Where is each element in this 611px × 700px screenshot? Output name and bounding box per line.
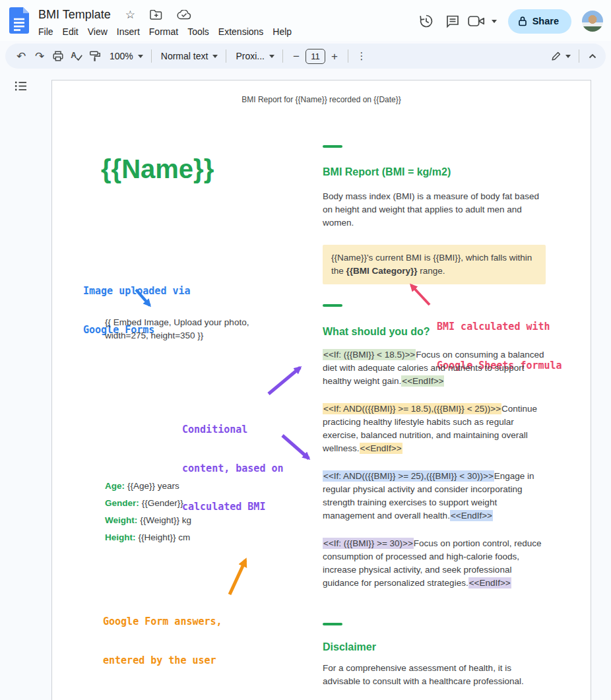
svg-text:A: A: [71, 51, 77, 60]
advice-underweight: <<If: ({{BMI}} < 18.5)>>Focus on consumi…: [323, 348, 546, 388]
increase-font-size-button[interactable]: +: [325, 47, 344, 65]
decrease-font-size-button[interactable]: −: [287, 47, 306, 65]
history-icon: [418, 13, 434, 29]
topbar: BMI Template ☆ File Edit View Insert: [0, 0, 611, 41]
undo-button[interactable]: ↶: [12, 47, 30, 65]
show-outline-button[interactable]: [11, 77, 30, 97]
section-rule: [323, 623, 342, 625]
menu-tools[interactable]: Tools: [183, 25, 214, 38]
bmi-intro-paragraph: Body mass index (BMI) is a measure of bo…: [323, 190, 546, 230]
stat-age: Age:{{Age}} years: [105, 481, 191, 498]
star-icon[interactable]: ☆: [125, 9, 135, 20]
purple-arrow-up: [265, 360, 308, 399]
annotation-google-form-answers: Google Form answers, entered by the user: [103, 590, 222, 693]
menu-help[interactable]: Help: [268, 25, 296, 38]
menu-file[interactable]: File: [34, 25, 58, 38]
document-page[interactable]: BMI Report for {{Name}} recorded on {{Da…: [51, 80, 591, 700]
editing-mode-select[interactable]: [546, 47, 575, 65]
lock-icon: [518, 16, 527, 26]
endif-tag: <<EndIf>>: [401, 375, 444, 387]
join-call-button[interactable]: [466, 8, 487, 34]
if-tag: <<If: ({{BMI}} >= 30)>>: [323, 538, 414, 549]
paragraph-style-select[interactable]: Normal text: [156, 47, 222, 65]
chevron-down-icon: [269, 55, 274, 61]
toolbar-divider: [579, 49, 579, 63]
minus-icon: −: [293, 51, 300, 62]
zoom-value: 100%: [108, 51, 135, 61]
vertical-dots-icon: ⋮: [356, 50, 366, 62]
menu-format[interactable]: Format: [145, 25, 183, 38]
endif-tag: <<EndIf>>: [450, 510, 493, 521]
annotation-conditional-content: Conditional content, based on calculated…: [182, 398, 284, 540]
menu-bar: File Edit View Insert Format Tools Exten…: [34, 23, 296, 40]
page-header-text: BMI Report for {{Name}} recorded on {{Da…: [52, 95, 591, 104]
toolbar-divider: [151, 49, 152, 63]
if-tag: <<If: AND(({{BMI}} >= 18.5),({{BMI}} < 2…: [323, 403, 501, 414]
menu-view[interactable]: View: [83, 25, 112, 38]
document-title[interactable]: BMI Template: [38, 8, 111, 22]
advice-overweight: <<If: AND(({{BMI}} >= 25),({{BMI}} < 30)…: [323, 470, 546, 523]
docs-icon: [9, 7, 29, 34]
video-camera-icon: [468, 15, 485, 27]
toolbar-divider: [226, 49, 226, 63]
stat-weight: Weight:{{Weight}} kg: [105, 515, 191, 532]
disclaimer-text: For a comprehensive assessment of health…: [323, 662, 546, 688]
endif-tag: <<EndIf>>: [468, 577, 511, 589]
more-toolbar-options-button[interactable]: ⋮: [352, 47, 371, 65]
comment-icon: [445, 13, 461, 29]
google-docs-logo[interactable]: [9, 7, 29, 34]
font-size-input[interactable]: 11: [306, 49, 325, 64]
disclaimer-heading: Disclaimer: [323, 641, 376, 653]
redo-button[interactable]: ↷: [30, 47, 49, 65]
font-select[interactable]: Proxi...: [230, 47, 278, 65]
endif-tag: <<EndIf>>: [360, 443, 402, 454]
spellcheck-icon: A: [70, 49, 83, 63]
embed-image-placeholder: {{ Embed Image, Upload your photo, width…: [105, 316, 303, 342]
chevron-down-icon: [138, 55, 143, 61]
bmi-report-heading: BMI Report (BMI = kg/m2): [323, 166, 451, 178]
undo-icon: ↶: [16, 51, 26, 62]
orange-arrow: [220, 551, 255, 600]
menu-insert[interactable]: Insert: [112, 25, 145, 38]
advice-normal: <<If: AND(({{BMI}} >= 18.5),({{BMI}} < 2…: [323, 402, 546, 455]
form-answer-stats: Age:{{Age}} years Gender:{{Gender}} Weig…: [105, 481, 191, 550]
if-tag: <<If: AND(({{BMI}} >= 25),({{BMI}} < 30)…: [323, 470, 494, 482]
document-canvas: BMI Report for {{Name}} recorded on {{Da…: [0, 71, 611, 700]
call-options-dropdown[interactable]: [487, 8, 499, 34]
if-tag: <<If: ({{BMI}} < 18.5)>>: [323, 349, 416, 360]
hide-menus-button[interactable]: [583, 47, 602, 65]
menu-extensions[interactable]: Extensions: [214, 25, 268, 38]
paint-roller-icon: [88, 49, 102, 63]
paragraph-style-value: Normal text: [160, 51, 210, 61]
plus-icon: +: [331, 51, 338, 62]
toolbar-divider: [282, 49, 283, 63]
comments-button[interactable]: [439, 8, 466, 34]
zoom-select[interactable]: 100%: [104, 47, 147, 65]
move-to-folder-icon[interactable]: [150, 10, 162, 20]
purple-arrow-down: [279, 432, 317, 466]
print-button[interactable]: [49, 47, 67, 65]
stat-gender: Gender:{{Gender}}: [105, 498, 191, 515]
toolbar: ↶ ↷ A 100% Normal text Proxi... − 11: [5, 44, 606, 69]
paint-format-button[interactable]: [86, 47, 104, 65]
outline-icon: [15, 80, 27, 92]
share-label: Share: [532, 16, 559, 26]
account-avatar[interactable]: [582, 11, 603, 32]
share-button[interactable]: Share: [508, 9, 571, 34]
stat-height: Height:{{Height}} cm: [105, 532, 191, 550]
blue-arrow: [133, 287, 160, 313]
section-rule: [323, 304, 342, 307]
chevron-down-icon: [565, 55, 571, 61]
red-arrow: [403, 280, 434, 309]
pen-icon: [550, 50, 562, 62]
chevron-up-icon: [587, 51, 598, 61]
cloud-status-icon[interactable]: [177, 10, 191, 20]
chevron-down-icon: [492, 20, 497, 26]
spell-check-button[interactable]: A: [67, 47, 86, 65]
version-history-button[interactable]: [413, 8, 439, 34]
chevron-down-icon: [212, 55, 218, 61]
menu-edit[interactable]: Edit: [58, 25, 83, 38]
print-icon: [51, 49, 65, 63]
advice-obese: <<If: ({{BMI}} >= 30)>>Focus on portion …: [323, 537, 546, 590]
section-rule: [323, 145, 342, 148]
